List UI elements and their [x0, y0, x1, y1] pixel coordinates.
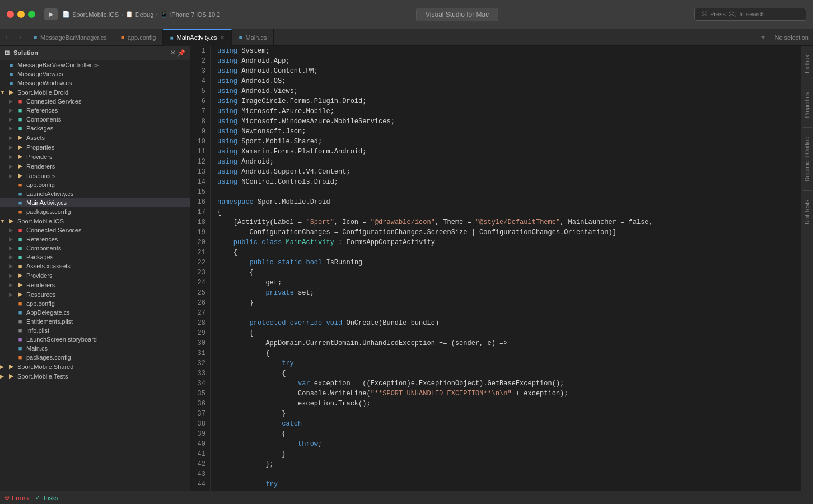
cs-icon: ■ — [7, 62, 16, 68]
tree-item[interactable]: ▶▶Providers — [0, 270, 190, 280]
tree-item[interactable]: ■packages.config — [0, 207, 190, 216]
tab-back-button[interactable]: ‹ — [0, 29, 13, 46]
tree-item[interactable]: ■MessageView.cs — [0, 69, 190, 78]
minimize-button[interactable] — [17, 11, 25, 18]
pkg-icon: ■ — [16, 125, 25, 132]
line-number: 13 — [193, 167, 205, 177]
plist-icon: ■ — [16, 327, 25, 334]
pkg-icon: ■ — [16, 245, 25, 251]
line-number: 31 — [193, 348, 205, 358]
tree-item-label: References — [26, 107, 58, 114]
tree-item[interactable]: ■app.config — [0, 299, 190, 308]
play-button[interactable]: ▶ — [44, 8, 58, 20]
tree-item[interactable]: ■Main.cs — [0, 344, 190, 353]
tab-mainactivity[interactable]: ■ MainActivity.cs ✕ — [163, 29, 232, 46]
storyboard-icon: ■ — [16, 336, 25, 343]
folder-icon: ▶ — [7, 88, 16, 96]
sidebar-close-icon[interactable]: ✕ — [170, 49, 175, 57]
tree-item[interactable]: ▶■Packages — [0, 253, 190, 262]
code-line: public class MainActivity : FormsAppComp… — [217, 237, 801, 248]
tree-item[interactable]: ■LaunchActivity.cs — [0, 189, 190, 198]
tab-mainactivity-close[interactable]: ✕ — [220, 35, 225, 41]
breadcrumb-device: iPhone 7 iOS 10.2 — [170, 11, 220, 18]
tree-item[interactable]: ▶■Connected Services — [0, 97, 190, 106]
status-tasks[interactable]: ✓ Tasks — [35, 494, 58, 501]
code-line: using Sport.Mobile.Shared; — [217, 137, 801, 147]
code-line: [Activity(Label = "Sport", Icon = "@draw… — [217, 217, 801, 227]
tab-more-button[interactable]: ▾ — [756, 29, 770, 46]
tree-item[interactable]: ▶▶Resources — [0, 171, 190, 180]
tab-forward-button[interactable]: › — [13, 29, 27, 46]
folder-icon: ▶ — [16, 281, 25, 288]
tree-item-label: Providers — [26, 153, 52, 160]
code-line: { — [217, 368, 801, 379]
tree-item[interactable]: ▶▶Properties — [0, 142, 190, 152]
line-number: 4 — [193, 76, 205, 86]
search-bar[interactable]: ⌘ Press '⌘,' to search — [694, 8, 806, 21]
code-line: using Android.Content.PM; — [217, 66, 801, 76]
tree-item-label: packages.config — [26, 354, 71, 361]
tree-item[interactable]: ■Entitlements.plist — [0, 317, 190, 326]
tree-item[interactable]: ▼▶Sport.Mobile.Droid — [0, 87, 190, 97]
line-number: 11 — [193, 147, 205, 157]
tree-item[interactable]: ■MainActivity.cs — [0, 198, 190, 207]
tab-messagebarmanager[interactable]: ■ MessageBarManager.cs — [27, 29, 114, 46]
tree-item[interactable]: ▶▶Sport.Mobile.Shared — [0, 362, 190, 371]
tree-item-label: Assets.xcassets — [26, 263, 71, 269]
tasks-label: Tasks — [43, 494, 58, 501]
tree-item[interactable]: ■LaunchScreen.storyboard — [0, 335, 190, 344]
tree-item[interactable]: ▶■Components — [0, 244, 190, 253]
tree-item[interactable]: ▶■References — [0, 106, 190, 115]
tree-item-label: Sport.Mobile.Droid — [17, 89, 68, 96]
tree-item[interactable]: ▶■Connected Services — [0, 226, 190, 235]
line-number: 27 — [193, 308, 205, 318]
code-line: using Android.Views; — [217, 86, 801, 96]
tree-item[interactable]: ▼▶Sport.Mobile.iOS — [0, 216, 190, 226]
close-button[interactable] — [7, 11, 14, 18]
tree-item[interactable]: ▶▶Renderers — [0, 280, 190, 290]
tree-item[interactable]: ▶■Components — [0, 115, 190, 124]
folder-icon: ▶ — [16, 134, 25, 141]
code-line: { — [217, 348, 801, 358]
tree-item[interactable]: ▶▶Renderers — [0, 161, 190, 171]
folder-icon: ▶ — [7, 372, 16, 380]
tree-item[interactable]: ▶■Assets.xcassets — [0, 262, 190, 270]
breadcrumb-sep1: › — [121, 11, 123, 18]
status-errors[interactable]: ⊗ Errors — [4, 494, 29, 501]
code-line: try — [217, 358, 801, 368]
sidebar: ⊞ Solution ✕ 📌 ■MessageBarViewController… — [0, 46, 190, 491]
line-number: 23 — [193, 268, 205, 278]
tree-item[interactable]: ■Info.plist — [0, 326, 190, 335]
tree-item[interactable]: ▶■References — [0, 235, 190, 244]
right-tab-document-outline[interactable]: Document Outline — [803, 132, 811, 186]
code-container[interactable]: 1234567891011121314151617181920212223242… — [190, 46, 801, 491]
tree-item[interactable]: ■MessageBarViewController.cs — [0, 60, 190, 69]
code-line: using Android; — [217, 157, 801, 167]
tree-item[interactable]: ▶▶Resources — [0, 290, 190, 299]
tab-main[interactable]: ■ Main.cs — [232, 29, 274, 46]
ref-icon: ■ — [16, 236, 25, 242]
tree-item[interactable]: ▶▶Assets — [0, 133, 190, 142]
right-tab-toolbox[interactable]: Toolbox — [803, 50, 811, 78]
right-tab-properties[interactable]: Properties — [803, 88, 811, 123]
tree-item[interactable]: ■packages.config — [0, 353, 190, 362]
tree-item[interactable]: ▶▶Providers — [0, 152, 190, 161]
line-number: 8 — [193, 116, 205, 127]
sidebar-pin-icon[interactable]: 📌 — [177, 49, 185, 57]
code-line: exception.Track(); — [217, 399, 801, 409]
tree-item-label: Info.plist — [26, 327, 49, 334]
tree-item[interactable]: ■MessageWindow.cs — [0, 78, 190, 87]
tree-item[interactable]: ▶▶Sport.Mobile.Tests — [0, 371, 190, 381]
tree-item[interactable]: ■app.config — [0, 180, 190, 189]
maximize-button[interactable] — [28, 11, 35, 18]
right-divider-1 — [803, 83, 812, 83]
folder-icon: ▶ — [16, 143, 25, 151]
tree-item[interactable]: ■AppDelegate.cs — [0, 308, 190, 317]
config-icon: ■ — [16, 208, 25, 215]
tab-appconfig[interactable]: ■ app.config — [114, 29, 163, 46]
right-tab-unit-tests[interactable]: Unit Tests — [803, 195, 811, 229]
tree-item[interactable]: ▶■Packages — [0, 124, 190, 133]
config-icon: ■ — [16, 300, 25, 307]
code-line: Console.WriteLine("**SPORT UNHANDLED EXC… — [217, 389, 801, 399]
folder-icon: ▶ — [16, 162, 25, 170]
